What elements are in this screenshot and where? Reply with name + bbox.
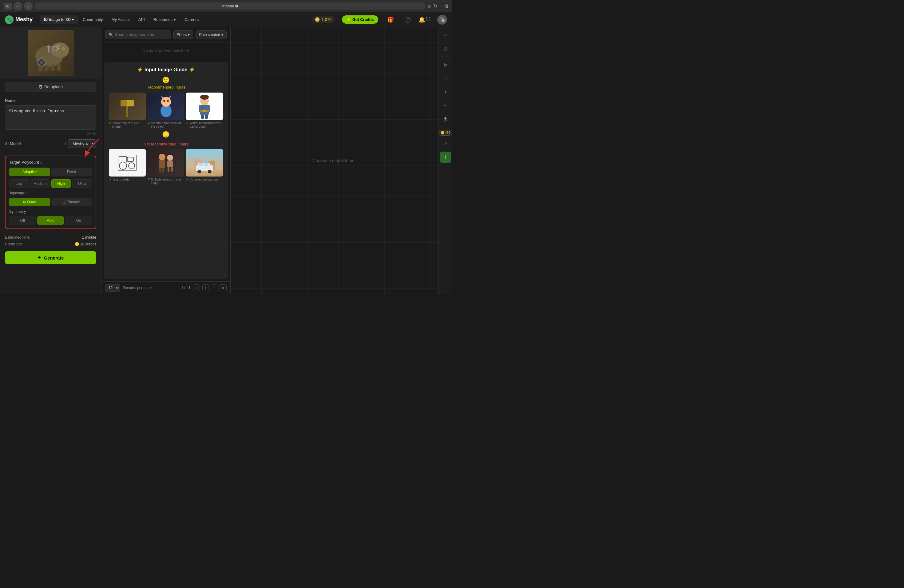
filters-button[interactable]: Filters ▾: [174, 30, 193, 39]
svg-rect-46: [162, 168, 164, 172]
triangle-icon: △: [63, 200, 66, 204]
share-toolbar-button[interactable]: ↗: [440, 138, 451, 149]
name-input[interactable]: Steampunk Rhino Express: [5, 105, 96, 130]
svg-rect-50: [171, 167, 173, 172]
nav-link-api[interactable]: API: [135, 15, 149, 24]
triangle-button[interactable]: △ Triangle: [51, 198, 92, 206]
svg-point-23: [163, 100, 165, 102]
ai-model-section: AI Model ℹ Meshy-4: [0, 139, 101, 156]
app-logo: 🐾 Meshy: [5, 15, 33, 24]
symmetry-off-button[interactable]: Off: [9, 216, 36, 225]
view-circle-2-button[interactable]: ◎: [440, 43, 451, 54]
nav-link-careers[interactable]: Careers: [181, 15, 202, 24]
gift-button[interactable]: 🎁: [386, 15, 395, 25]
toolbar-divider-2: [441, 127, 450, 127]
not-recommended-item-1: ✗ Text or sketch: [109, 149, 146, 185]
ultra-quality-button[interactable]: Ultra: [72, 179, 92, 188]
prev-page-button[interactable]: ‹: [202, 285, 209, 291]
date-created-button[interactable]: Date created ▾: [196, 30, 227, 39]
nav-link-image-to-3d[interactable]: 🖼 Image to 3D ▾: [40, 15, 78, 24]
medium-quality-button[interactable]: Medium: [30, 179, 50, 188]
reload-button[interactable]: ↻: [433, 3, 437, 9]
svg-rect-58: [199, 163, 203, 166]
svg-marker-22: [168, 96, 171, 99]
search-icon: 🔍: [109, 33, 113, 37]
share-browser-button[interactable]: ⎋: [428, 3, 431, 9]
download-toolbar-button[interactable]: ⬇: [440, 152, 451, 163]
reupload-icon: 🖼: [38, 85, 43, 89]
next-page-button[interactable]: ›: [211, 285, 217, 291]
svg-rect-45: [159, 168, 161, 172]
help-button[interactable]: ?: [403, 15, 412, 25]
not-recommended-images: ✗ Text or sketch: [109, 149, 223, 185]
sidebar-toggle-button[interactable]: ⊞: [4, 3, 12, 9]
back-button[interactable]: ‹: [14, 2, 22, 11]
credits-coin-icon: 🪙: [315, 17, 320, 22]
cross-icon-3: ✗: [186, 178, 188, 181]
recommended-caption-3: ✓ White/ monochrome/no background: [186, 122, 223, 128]
not-recommended-emoji: 😞: [109, 131, 223, 138]
search-input[interactable]: [115, 32, 168, 37]
edit-button[interactable]: ✏: [440, 100, 451, 111]
svg-point-34: [200, 95, 209, 100]
svg-point-56: [198, 170, 201, 174]
svg-point-25: [166, 103, 167, 104]
svg-point-8: [40, 61, 43, 64]
symmetry-auto-button[interactable]: Auto: [37, 216, 64, 225]
first-page-button[interactable]: «: [193, 285, 200, 291]
svg-point-43: [159, 154, 166, 161]
newtab-button[interactable]: +: [440, 3, 443, 9]
notifications-button[interactable]: 🔔11: [420, 15, 430, 25]
choose-model-text: Choose a model to edit: [312, 158, 357, 163]
pagination-bar: 12 Records per page 1 of 1 « ‹ › »: [101, 281, 230, 294]
notification-badge: 11: [425, 16, 431, 23]
search-bar-row: 🔍 Filters ▾ Date created ▾: [101, 27, 230, 43]
not-recommended-item-2: ✗ Multiple objects in one image: [148, 149, 185, 185]
quality-row: Low Medium High Ultra: [9, 179, 92, 188]
cross-icon-2: ✗: [148, 178, 150, 181]
svg-rect-4: [44, 65, 49, 71]
grid-button[interactable]: ⠿: [440, 73, 451, 84]
not-recommended-caption-3: ✗ Complex background: [186, 178, 223, 181]
credit-cost-row: Credit cost: 🪙 20 credits: [0, 242, 101, 249]
animate-button[interactable]: 🏃: [440, 114, 451, 125]
quad-button[interactable]: ⊞ Quad: [9, 198, 50, 206]
logo-icon: 🐾: [5, 15, 14, 24]
name-section: Name Steampunk Rhino Express 23/ 50: [0, 95, 101, 139]
adaptive-button[interactable]: Adaptive: [9, 168, 50, 176]
avatar[interactable]: 🎭: [437, 15, 447, 25]
nav-link-resources[interactable]: Resources ▾: [150, 15, 180, 24]
view-circle-1-button[interactable]: ○: [440, 30, 451, 41]
svg-point-36: [119, 162, 127, 169]
ai-model-select[interactable]: Meshy-4: [68, 139, 96, 148]
ai-model-info-icon[interactable]: ℹ: [65, 142, 66, 146]
last-page-button[interactable]: »: [220, 285, 227, 291]
per-page-select[interactable]: 12: [105, 284, 120, 292]
get-credits-button[interactable]: ⚡ Get Credits: [342, 15, 378, 24]
fixed-button[interactable]: Fixed: [51, 168, 92, 176]
polycount-info-icon[interactable]: ℹ: [40, 160, 42, 164]
address-bar[interactable]: [35, 2, 425, 9]
sun-button[interactable]: ☀: [440, 87, 451, 98]
low-quality-button[interactable]: Low: [9, 179, 29, 188]
nav-link-community[interactable]: Community: [79, 15, 107, 24]
tabs-button[interactable]: ⧉: [445, 3, 448, 9]
symmetry-on-button[interactable]: On: [65, 216, 92, 225]
cross-icon-1: ✗: [109, 178, 111, 181]
topology-info-icon[interactable]: ℹ: [25, 191, 27, 195]
forward-button[interactable]: ›: [24, 2, 33, 11]
right-3d-area: Choose a model to edit: [231, 27, 438, 294]
search-input-wrap: 🔍: [105, 30, 171, 39]
main-layout: 🖼 Re-upload Name Steampunk Rhino Express…: [0, 27, 452, 294]
monitor-button[interactable]: 🖥: [440, 59, 451, 70]
svg-marker-2: [66, 38, 69, 44]
recommended-img-1: [109, 93, 146, 120]
generate-button[interactable]: ✦ Generate: [5, 251, 96, 264]
nav-link-my-assets[interactable]: My Assets: [108, 15, 133, 24]
high-quality-button[interactable]: High: [51, 179, 71, 188]
toolbar-divider-1: [441, 57, 450, 57]
symmetry-label: Symmetry: [9, 209, 92, 214]
reupload-button[interactable]: 🖼 Re-upload: [5, 82, 96, 92]
credits-toolbar-badge[interactable]: 🪙 +50: [438, 130, 452, 136]
nav-credits: 🪙 1,070: [312, 16, 335, 23]
